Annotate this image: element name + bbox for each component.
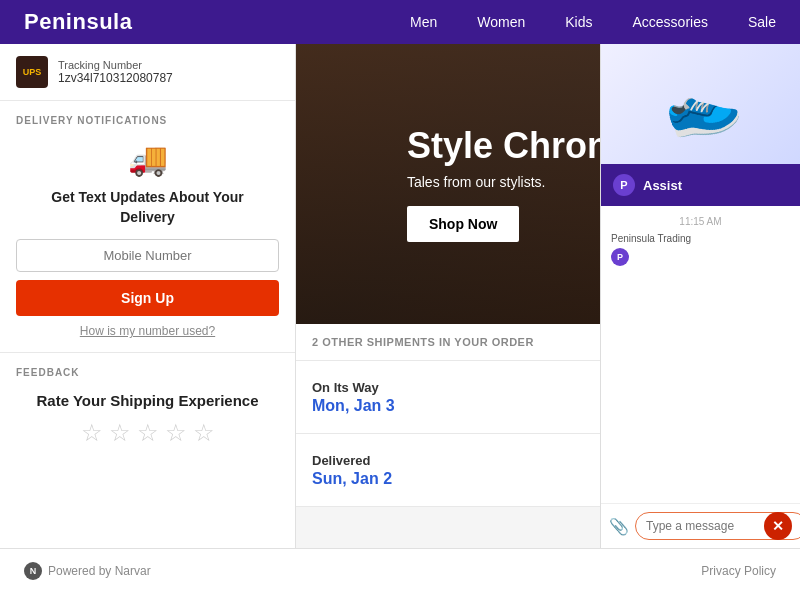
chat-header: P Assist (601, 164, 800, 206)
star-2[interactable]: ☆ (109, 419, 131, 447)
tracking-section: UPS Tracking Number 1zv34l710312080787 (0, 44, 295, 101)
tracking-label: Tracking Number (58, 59, 173, 71)
chat-sender-name: Peninsula Trading (611, 233, 790, 244)
sneaker-icon: 👟 (653, 58, 748, 150)
message-bubble-wrap: P (611, 248, 790, 266)
chat-close-button[interactable]: ✕ (764, 512, 792, 540)
nav-sale[interactable]: Sale (748, 14, 776, 30)
star-1[interactable]: ☆ (81, 419, 103, 447)
ups-badge: UPS (16, 56, 48, 88)
shop-now-button[interactable]: Shop Now (407, 206, 519, 242)
nav-links: Men Women Kids Accessories Sale (410, 14, 776, 30)
feedback-section: FEEDBACK Rate Your Shipping Experience ☆… (0, 353, 295, 461)
attachment-icon[interactable]: 📎 (609, 517, 629, 536)
ups-logo-text: UPS (23, 67, 42, 77)
chat-panel: 👟 P Assist 11:15 AM Peninsula Trading P … (600, 44, 800, 548)
sign-up-button[interactable]: Sign Up (16, 280, 279, 316)
feedback-title: FEEDBACK (16, 367, 279, 378)
chat-sneaker-image: 👟 (601, 44, 800, 164)
notification-description: Get Text Updates About Your Delivery (16, 188, 279, 227)
star-3[interactable]: ☆ (137, 419, 159, 447)
chat-assist-title: Assist (643, 178, 682, 193)
nav-accessories[interactable]: Accessories (633, 14, 708, 30)
narvar-icon: N (24, 562, 42, 580)
delivery-notifications-section: DELIVERY NOTIFICATIONS 🚚 Get Text Update… (0, 101, 295, 353)
star-5[interactable]: ☆ (193, 419, 215, 447)
main-content: UPS Tracking Number 1zv34l710312080787 D… (0, 44, 800, 548)
delivery-notifications-title: DELIVERY NOTIFICATIONS (16, 115, 279, 126)
message-sender-badge: P (611, 248, 629, 266)
powered-by-label: N Powered by Narvar (24, 562, 151, 580)
nav-men[interactable]: Men (410, 14, 437, 30)
tracking-number-value: 1zv34l710312080787 (58, 71, 173, 85)
mobile-number-input[interactable] (16, 239, 279, 272)
truck-icon-wrap: 🚚 (16, 140, 279, 178)
truck-icon: 🚚 (128, 141, 168, 177)
left-panel: UPS Tracking Number 1zv34l710312080787 D… (0, 44, 296, 548)
footer: N Powered by Narvar Privacy Policy (0, 548, 800, 592)
chat-brand-badge: P (613, 174, 635, 196)
nav-kids[interactable]: Kids (565, 14, 592, 30)
rate-shipping-title: Rate Your Shipping Experience (16, 392, 279, 409)
star-rating[interactable]: ☆ ☆ ☆ ☆ ☆ (16, 419, 279, 447)
nav-women[interactable]: Women (477, 14, 525, 30)
privacy-policy-link[interactable]: Privacy Policy (701, 564, 776, 578)
chat-timestamp: 11:15 AM (611, 216, 790, 227)
tracking-info: Tracking Number 1zv34l710312080787 (58, 59, 173, 85)
star-4[interactable]: ☆ (165, 419, 187, 447)
powered-by-text: Powered by Narvar (48, 564, 151, 578)
chat-messages-area: 11:15 AM Peninsula Trading P (601, 206, 800, 503)
number-used-link[interactable]: How is my number used? (16, 324, 279, 338)
navigation: Peninsula Men Women Kids Accessories Sal… (0, 0, 800, 44)
nav-logo: Peninsula (24, 9, 132, 35)
